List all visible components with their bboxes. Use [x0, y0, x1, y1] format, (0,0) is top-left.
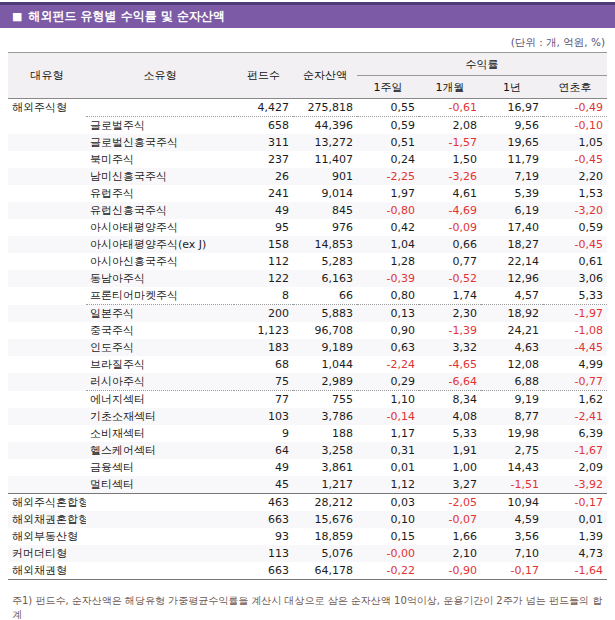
table-row: 해외주식혼합형46328,2120,03-2,0510,94-0,17: [8, 494, 607, 512]
cell-return-1m: -0,90: [419, 562, 481, 580]
cell-net-assets: 188: [293, 425, 357, 442]
cell-major-type: [8, 442, 86, 459]
table-row: 유럽주식2419,0141,974,615,391,53: [8, 185, 607, 202]
cell-minor-type: 아시아태평양주식: [86, 219, 234, 236]
cell-return-1m: -3,26: [419, 168, 481, 185]
cell-return-1w: 0,90: [357, 322, 419, 339]
cell-return-1y: 19,65: [481, 134, 543, 151]
table-row: 프론티어마켓주식8660,801,744,575,33: [8, 287, 607, 305]
cell-return-1m: -4,69: [419, 202, 481, 219]
cell-minor-type: [86, 528, 234, 545]
cell-minor-type: 소비재섹터: [86, 425, 234, 442]
cell-return-ytd: 1,05: [543, 134, 607, 151]
cell-return-1w: 0,42: [357, 219, 419, 236]
cell-return-1y: 4,59: [481, 511, 543, 528]
cell-return-1m: 0,66: [419, 236, 481, 253]
cell-return-1w: 0,15: [357, 528, 419, 545]
cell-return-ytd: 1,39: [543, 528, 607, 545]
cell-return-1y: 18,92: [481, 305, 543, 323]
cell-net-assets: 9,014: [293, 185, 357, 202]
cell-return-ytd: -4,45: [543, 339, 607, 356]
cell-return-1w: 0,55: [357, 99, 419, 117]
cell-return-1y: 17,40: [481, 219, 543, 236]
cell-minor-type: 아시아태평양주식(ex J): [86, 236, 234, 253]
cell-return-1y: 18,27: [481, 236, 543, 253]
cell-return-1y: -0,17: [481, 562, 543, 580]
cell-return-1w: 0,03: [357, 494, 419, 512]
cell-net-assets: 28,212: [293, 494, 357, 512]
fund-returns-table: 대유형 소유형 펀드수 순자산액 수익률 1주일 1개월 1년 연초후 해외주식…: [8, 52, 607, 580]
cell-minor-type: 아시아신흥국주식: [86, 253, 234, 270]
cell-major-type: [8, 476, 86, 494]
cell-net-assets: 44,396: [293, 117, 357, 135]
cell-fund-count: 241: [234, 185, 293, 202]
cell-minor-type: [86, 99, 234, 117]
cell-net-assets: 901: [293, 168, 357, 185]
cell-major-type: [8, 202, 86, 219]
cell-return-1y: 7,19: [481, 168, 543, 185]
cell-major-type: [8, 185, 86, 202]
cell-major-type: [8, 373, 86, 391]
cell-fund-count: 112: [234, 253, 293, 270]
cell-return-1y: 12,08: [481, 356, 543, 373]
cell-return-1y: 8,77: [481, 408, 543, 425]
cell-return-1y: 11,79: [481, 151, 543, 168]
cell-minor-type: 동남아주식: [86, 270, 234, 287]
cell-return-1m: -0,52: [419, 270, 481, 287]
table-row: 해외채권혼합형66315,6760,10-0,074,590,01: [8, 511, 607, 528]
cell-net-assets: 11,407: [293, 151, 357, 168]
cell-fund-count: 95: [234, 219, 293, 236]
cell-return-1w: 0,10: [357, 511, 419, 528]
cell-return-1y: 9,56: [481, 117, 543, 135]
table-row: 중국주식1,12396,7080,90-1,3924,21-1,08: [8, 322, 607, 339]
cell-fund-count: 158: [234, 236, 293, 253]
cell-major-type: [8, 305, 86, 323]
cell-return-1y: 16,97: [481, 99, 543, 117]
cell-return-1m: 2,10: [419, 545, 481, 562]
cell-return-1m: 2,30: [419, 305, 481, 323]
col-header-minor-type: 소유형: [86, 53, 234, 99]
cell-fund-count: 49: [234, 459, 293, 476]
cell-return-1m: -1,39: [419, 322, 481, 339]
cell-minor-type: 러시아주식: [86, 373, 234, 391]
cell-major-type: [8, 459, 86, 476]
table-body: 해외주식형4,427275,8180,55-0,6116,97-0,49글로벌주…: [8, 99, 607, 580]
cell-net-assets: 66: [293, 287, 357, 305]
cell-minor-type: 금융섹터: [86, 459, 234, 476]
cell-net-assets: 5,883: [293, 305, 357, 323]
cell-fund-count: 113: [234, 545, 293, 562]
cell-return-1w: -0,22: [357, 562, 419, 580]
cell-return-1w: 1,97: [357, 185, 419, 202]
cell-minor-type: 인도주식: [86, 339, 234, 356]
cell-major-type: 해외부동산형: [8, 528, 86, 545]
cell-return-1m: 1,74: [419, 287, 481, 305]
cell-net-assets: 5,076: [293, 545, 357, 562]
cell-return-1y: 14,43: [481, 459, 543, 476]
cell-minor-type: 유럽신흥국주식: [86, 202, 234, 219]
cell-minor-type: 유럽주식: [86, 185, 234, 202]
cell-return-1w: 0,31: [357, 442, 419, 459]
cell-return-ytd: -0,10: [543, 117, 607, 135]
cell-return-1w: 1,17: [357, 425, 419, 442]
cell-minor-type: 북미주식: [86, 151, 234, 168]
col-header-return-1w: 1주일: [357, 76, 419, 99]
cell-return-1w: 0,24: [357, 151, 419, 168]
cell-minor-type: [86, 545, 234, 562]
cell-net-assets: 96,708: [293, 322, 357, 339]
cell-return-1w: 1,04: [357, 236, 419, 253]
cell-net-assets: 5,283: [293, 253, 357, 270]
cell-net-assets: 755: [293, 391, 357, 409]
cell-fund-count: 64: [234, 442, 293, 459]
table-row: 에너지섹터777551,108,349,191,62: [8, 391, 607, 409]
cell-return-ytd: -3,92: [543, 476, 607, 494]
table-row: 헬스케어섹터643,2580,311,912,75-1,67: [8, 442, 607, 459]
cell-major-type: [8, 425, 86, 442]
cell-fund-count: 658: [234, 117, 293, 135]
cell-fund-count: 8: [234, 287, 293, 305]
cell-return-1w: 1,12: [357, 476, 419, 494]
col-header-returns-group: 수익률: [357, 53, 607, 76]
cell-return-1w: 1,28: [357, 253, 419, 270]
cell-major-type: [8, 236, 86, 253]
cell-return-1m: 4,08: [419, 408, 481, 425]
col-header-major-type: 대유형: [8, 53, 86, 99]
